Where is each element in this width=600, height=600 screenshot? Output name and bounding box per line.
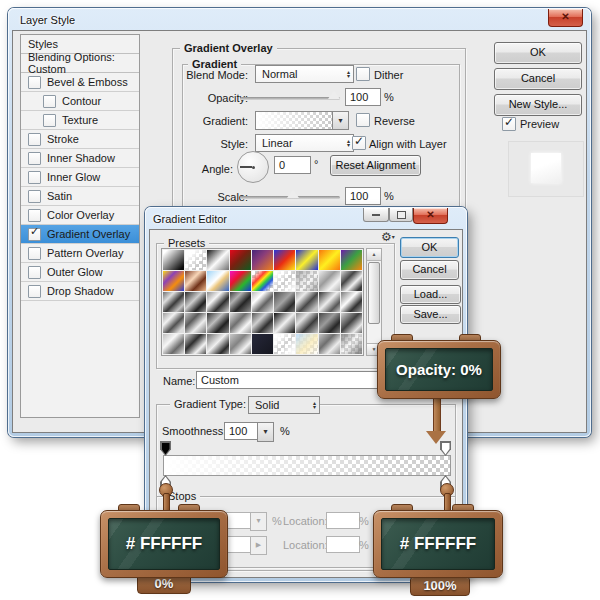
gradient-preset-11[interactable] [185, 271, 206, 291]
gradient-preset-18[interactable] [341, 271, 362, 291]
style-select[interactable]: Linear ▴▾ [255, 134, 354, 152]
opacity-field[interactable]: 100 [345, 88, 381, 106]
load-button[interactable]: Load... [400, 285, 461, 304]
gradient-preset-15[interactable] [274, 271, 295, 291]
gradient-preset-45[interactable] [341, 334, 362, 354]
gradient-preset-9[interactable] [341, 250, 362, 270]
gradient-preset-43[interactable] [296, 334, 317, 354]
gradient-preset-4[interactable] [230, 250, 251, 270]
maximize-icon[interactable] [389, 208, 413, 222]
sidebar-item-stroke[interactable]: Stroke [21, 130, 139, 149]
gradient-type-select[interactable]: Solid ▴▾ [248, 396, 320, 414]
gradient-preset-1[interactable] [163, 250, 184, 270]
cancel-button[interactable]: Cancel [494, 68, 582, 90]
close-icon[interactable]: ✕ [548, 9, 583, 27]
sidebar-item-color-overlay[interactable]: Color Overlay [21, 206, 139, 225]
sidebar-item-outer-glow[interactable]: Outer Glow [21, 263, 139, 282]
gradient-preset-34[interactable] [296, 313, 317, 333]
sidebar-item-texture[interactable]: Texture [21, 111, 139, 130]
style-checkbox[interactable] [28, 266, 41, 279]
gradient-preset-36[interactable] [341, 313, 362, 333]
sidebar-item-pattern-overlay[interactable]: Pattern Overlay [21, 244, 139, 263]
gradient-preset-25[interactable] [296, 292, 317, 312]
gradient-preset-17[interactable] [319, 271, 340, 291]
style-checkbox[interactable] [28, 76, 41, 89]
reset-alignment-button[interactable]: Reset Alignment [330, 155, 421, 176]
gradient-preview-bar[interactable] [163, 455, 451, 476]
style-checkbox[interactable] [43, 114, 56, 127]
blend-mode-select[interactable]: Normal ▴▾ [255, 65, 354, 83]
gradient-preset-13[interactable] [230, 271, 251, 291]
opacity-slider-track[interactable] [240, 97, 340, 100]
gradient-preset-27[interactable] [341, 292, 362, 312]
gradient-swatch[interactable] [255, 111, 333, 130]
style-checkbox[interactable]: ✓ [28, 228, 41, 241]
gradient-preset-5[interactable] [252, 250, 273, 270]
style-checkbox[interactable] [28, 190, 41, 203]
style-checkbox[interactable] [28, 152, 41, 165]
close-icon[interactable]: ✕ [413, 208, 448, 224]
gradient-preset-20[interactable] [185, 292, 206, 312]
align-checkbox[interactable]: ✓ [352, 136, 366, 150]
gradient-dropdown-icon[interactable]: ▾ [332, 111, 349, 130]
scroll-up-icon[interactable]: ▲ [367, 249, 381, 261]
ok-button[interactable]: OK [494, 42, 582, 64]
gradient-preset-16[interactable] [296, 271, 317, 291]
gradient-preset-28[interactable] [163, 313, 184, 333]
style-checkbox[interactable] [28, 171, 41, 184]
gradient-preset-30[interactable] [207, 313, 228, 333]
preview-checkbox[interactable]: ✓ [502, 117, 516, 131]
gradient-preset-2[interactable] [185, 250, 206, 270]
gradient-preset-12[interactable] [207, 271, 228, 291]
gradient-preset-31[interactable] [230, 313, 251, 333]
gradient-preset-10[interactable] [163, 271, 184, 291]
minimize-icon[interactable] [363, 208, 389, 222]
gear-icon[interactable]: ⚙▾ [381, 230, 395, 244]
gradient-preset-19[interactable] [163, 292, 184, 312]
gradient-preset-23[interactable] [252, 292, 273, 312]
style-checkbox[interactable] [28, 133, 41, 146]
style-checkbox[interactable] [43, 95, 56, 108]
presets-scrollbar[interactable]: ▲ ▼ [366, 248, 382, 356]
gradient-preset-6[interactable] [274, 250, 295, 270]
sidebar-item-blending-options[interactable]: Blending Options: Custom [21, 54, 139, 73]
style-checkbox[interactable] [28, 285, 41, 298]
gradient-preset-42[interactable] [274, 334, 295, 354]
angle-field[interactable]: 0 [274, 156, 311, 174]
sidebar-item-inner-glow[interactable]: Inner Glow [21, 168, 139, 187]
gradient-preset-41[interactable] [252, 334, 273, 354]
sidebar-item-drop-shadow[interactable]: Drop Shadow [21, 282, 139, 301]
ok-button[interactable]: OK [400, 237, 459, 258]
save-button[interactable]: Save... [400, 305, 461, 324]
sidebar-item-satin[interactable]: Satin [21, 187, 139, 206]
scale-field[interactable]: 100 [345, 187, 381, 205]
angle-dial[interactable] [237, 151, 269, 183]
gradient-preset-32[interactable] [252, 313, 273, 333]
smoothness-dropdown-icon[interactable]: ▾ [257, 422, 274, 442]
gradient-preset-7[interactable] [296, 250, 317, 270]
gradient-preset-37[interactable] [163, 334, 184, 354]
gradient-preset-8[interactable] [319, 250, 340, 270]
gradient-preset-24[interactable] [274, 292, 295, 312]
style-checkbox[interactable] [28, 209, 41, 222]
gradient-preset-14[interactable] [252, 271, 273, 291]
gradient-preset-40[interactable] [230, 334, 251, 354]
gradient-preset-29[interactable] [185, 313, 206, 333]
smoothness-field[interactable]: 100 [224, 422, 259, 440]
reverse-checkbox[interactable] [356, 113, 370, 127]
sidebar-item-contour[interactable]: Contour [21, 92, 139, 111]
gradient-preset-3[interactable] [207, 250, 228, 270]
scrollbar-thumb[interactable] [368, 262, 380, 324]
gradient-preset-35[interactable] [319, 313, 340, 333]
sidebar-item-bevel-emboss[interactable]: Bevel & Emboss [21, 73, 139, 92]
gradient-preset-21[interactable] [207, 292, 228, 312]
new-style-button[interactable]: New Style... [494, 94, 582, 116]
gradient-preset-39[interactable] [207, 334, 228, 354]
gradient-preset-33[interactable] [274, 313, 295, 333]
gradient-preset-44[interactable] [319, 334, 340, 354]
style-checkbox[interactable] [28, 247, 41, 260]
gradient-preset-22[interactable] [230, 292, 251, 312]
sidebar-item-inner-shadow[interactable]: Inner Shadow [21, 149, 139, 168]
cancel-button[interactable]: Cancel [400, 260, 459, 280]
dither-checkbox[interactable] [356, 67, 370, 81]
